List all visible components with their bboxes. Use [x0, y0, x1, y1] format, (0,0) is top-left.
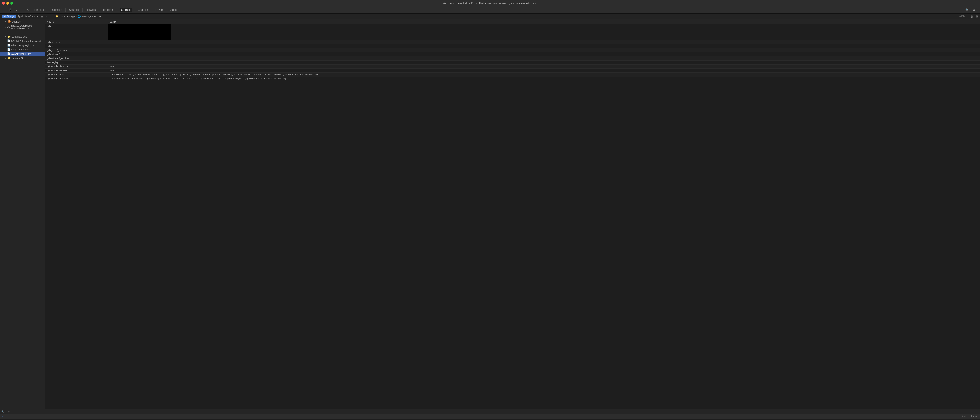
breadcrumb-domain[interactable]: www.nytimes.com — [82, 15, 102, 18]
search-icon[interactable]: 🔍 — [964, 8, 970, 12]
tab-elements[interactable]: Elements — [33, 8, 46, 12]
table-row[interactable]: nyt-wordle-refresh true — [45, 69, 980, 73]
indexed-db-icon: 🗃 — [7, 26, 10, 28]
sidebar-item-nytimes[interactable]: 📄 www.nytimes.com — [0, 51, 45, 56]
toolbar-sep-7 — [134, 8, 134, 12]
indexed-db-label: Indexed Databases — www.nytimes.com — [11, 24, 43, 30]
table-row[interactable]: iterate_hq — [45, 61, 980, 65]
col-key-label: Key — [47, 21, 51, 23]
tab-audit[interactable]: Audit — [169, 8, 178, 12]
filter-icon: ⊞ — [959, 15, 961, 18]
table-row[interactable]: nyt-wordle-state {"boardState":["snort",… — [45, 73, 980, 77]
filter-button[interactable]: ⊞ Filter — [957, 14, 968, 18]
data-pane: Key ▲ Value _cb _cb_expires _cb_svref — [45, 19, 980, 409]
row-val-cb — [108, 24, 980, 40]
console-expand-icon[interactable]: › — [2, 415, 3, 418]
tab-layers[interactable]: Layers — [154, 8, 165, 12]
tab-sources[interactable]: Sources — [68, 8, 80, 12]
expand-icon-db1 — [7, 31, 10, 34]
sidebar-item-cookies[interactable]: ▶ 🍪 Cookies — [0, 19, 45, 24]
data-pane-bottom — [45, 409, 980, 414]
toolbar-sep-8 — [152, 8, 152, 12]
split-view-icon[interactable]: ⊟ — [975, 14, 978, 18]
breadcrumb-toggle[interactable]: ⊞ — [40, 15, 43, 18]
row-val-statistics: {"currentStreak":1,"maxStreak":1,"guesse… — [108, 77, 980, 81]
col-val-label: Value — [110, 21, 116, 23]
sidebar-item-session-storage[interactable]: ▶ 📁 Session Storage — [0, 56, 45, 60]
sort-icon: ▲ — [52, 21, 54, 23]
sidebar: ▶ 🍪 Cookies ▼ 🗃 Indexed Databases — www.… — [0, 19, 45, 409]
row-key-cb: _cb — [45, 24, 108, 40]
bluekai-label: stags.bluekai.com — [11, 48, 31, 51]
sidebar-item-indexed-db-1[interactable]: 1 — [0, 30, 45, 34]
app-cache-button[interactable]: Application Cache ▼ — [18, 15, 39, 18]
table-row[interactable]: nyt-wordle-cbmode true — [45, 65, 980, 69]
row-val-refresh: true — [108, 69, 980, 72]
nav-forward-icon[interactable]: › — [49, 14, 52, 18]
google-icon: 📄 — [7, 44, 10, 46]
status-dropdown-icon[interactable]: › — [977, 415, 978, 418]
toolbar-sep-1 — [31, 8, 32, 12]
table-row[interactable]: _cb_expires — [45, 40, 980, 44]
toolbar-sep-3 — [65, 8, 66, 12]
col-val-header[interactable]: Value — [108, 19, 980, 24]
tab-console[interactable]: Console — [51, 8, 63, 12]
sidebar-item-local-storage[interactable]: ▼ 📁 Local Storage — [0, 34, 45, 39]
table-row[interactable]: _cb_svref_expires — [45, 48, 980, 53]
sidebar-item-google[interactable]: 📄 adservice.google.com — [0, 43, 45, 47]
table-header: Key ▲ Value — [45, 19, 980, 24]
breadcrumb-folder-icon: 📁 — [56, 15, 59, 18]
minimize-button[interactable] — [6, 2, 9, 5]
clear-icon[interactable]: 🗑 — [970, 14, 974, 18]
row-key-cb-svref: _cb_svref — [45, 44, 108, 48]
col-key-header[interactable]: Key ▲ — [45, 19, 108, 24]
maximize-button[interactable] — [10, 2, 13, 5]
table-row[interactable]: _chartbeat2_expires — [45, 56, 980, 61]
expand-icon-local-storage: ▼ — [5, 35, 7, 38]
table-row[interactable]: _chartbeat2 — [45, 53, 980, 56]
tab-graphics[interactable]: Graphics — [137, 8, 150, 12]
local-storage-label: Local Storage — [12, 35, 27, 38]
expand-icon-session: ▶ — [5, 57, 7, 59]
table-row[interactable]: _cb_svref — [45, 44, 980, 48]
forward-button[interactable]: → — [19, 8, 24, 12]
row-key-chartbeat2-expires: _chartbeat2_expires — [45, 56, 108, 60]
local-storage-icon: 📁 — [8, 35, 11, 38]
main-content: ▶ 🍪 Cookies ▼ 🗃 Indexed Databases — www.… — [0, 19, 980, 409]
app-cache-dropdown-icon: ▼ — [37, 15, 39, 18]
sidebar-item-doubleclick[interactable]: 📄 5290727.fls.doubleclick.net — [0, 39, 45, 43]
tab-storage[interactable]: Storage — [120, 8, 132, 12]
row-val-cb-svref-expires — [108, 48, 980, 52]
indexed-db-1-label: 1 — [10, 31, 12, 34]
toolbar-sep-6 — [118, 8, 118, 12]
title-bar: Web Inspector — Todd's iPhone Thirteen —… — [0, 0, 980, 6]
breadcrumb-local-storage[interactable]: Local Storage — [60, 15, 75, 18]
all-storage-button[interactable]: All Storage — [2, 14, 16, 18]
table-body: _cb _cb_expires _cb_svref _cb_svref_expi… — [45, 24, 980, 409]
breadcrumb-sep: › — [76, 15, 77, 18]
table-row[interactable]: _cb — [45, 24, 980, 40]
row-val-iterate-hq — [108, 61, 980, 64]
device-icon[interactable]: 📱 — [8, 8, 13, 12]
sidebar-item-bluekai[interactable]: 📄 stags.bluekai.com — [0, 47, 45, 51]
tab-network[interactable]: Network — [85, 8, 97, 12]
stop-button[interactable]: ✕ — [25, 8, 30, 12]
expand-icon-indexed-db: ▼ — [5, 26, 6, 28]
sidebar-filter-input[interactable] — [5, 410, 43, 413]
back-button[interactable]: ← — [2, 8, 7, 12]
toolbar-nav-group: ← 📱 ↻ → ✕ — [2, 8, 30, 12]
app-cache-label: Application Cache — [18, 15, 36, 18]
nytimes-label: www.nytimes.com — [11, 53, 31, 55]
google-label: adservice.google.com — [11, 44, 35, 46]
tab-timelines[interactable]: Timelines — [102, 8, 115, 12]
row-key-cb-svref-expires: _cb_svref_expires — [45, 48, 108, 52]
row-val-chartbeat2-expires — [108, 56, 980, 60]
nav-back-icon[interactable]: ‹ — [45, 14, 48, 18]
close-button[interactable] — [2, 2, 5, 5]
row-key-cbmode: nyt-wordle-cbmode — [45, 65, 108, 69]
reload-button[interactable]: ↻ — [14, 8, 19, 12]
settings-icon[interactable]: ⚙ — [972, 8, 977, 12]
sidebar-filter-bar: 🔍 — [0, 409, 45, 414]
sidebar-item-indexed-db[interactable]: ▼ 🗃 Indexed Databases — www.nytimes.com — [0, 24, 45, 30]
table-row[interactable]: nyt-wordle-statistics {"currentStreak":1… — [45, 77, 980, 81]
